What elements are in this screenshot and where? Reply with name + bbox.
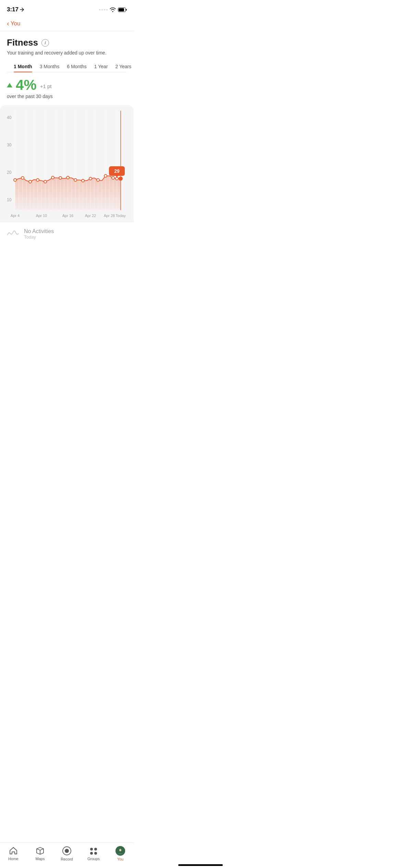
tab-1year[interactable]: 1 Year xyxy=(94,61,108,72)
data-point xyxy=(51,176,54,179)
no-activities-section: No Activities Today xyxy=(0,222,134,270)
back-chevron-icon: ‹ xyxy=(7,20,9,27)
data-point xyxy=(66,176,69,179)
title-section: Fitness i Your training and recovery add… xyxy=(0,31,134,72)
stats-description: over the past 30 days xyxy=(7,94,127,99)
y-label-20: 20 xyxy=(7,170,12,175)
back-nav: ‹ You xyxy=(0,17,134,31)
data-point xyxy=(44,180,47,183)
status-time: 3:17 xyxy=(7,6,24,13)
chart-svg-wrapper: 40 30 20 10 xyxy=(5,111,128,222)
no-activities-title: No Activities xyxy=(24,228,54,234)
status-bar: 3:17 xyxy=(0,0,134,17)
tab-2years[interactable]: 2 Years xyxy=(116,61,132,72)
percent-row: 4% +1 pt xyxy=(7,78,127,92)
y-label-40: 40 xyxy=(7,115,12,120)
back-label: You xyxy=(11,20,21,27)
status-icons xyxy=(99,8,127,12)
info-button[interactable]: i xyxy=(41,39,49,47)
today-data-point xyxy=(119,177,123,181)
x-label-apr10: Apr 10 xyxy=(36,214,47,218)
signal-icon xyxy=(99,9,108,10)
tab-3months[interactable]: 3 Months xyxy=(40,61,60,72)
activity-text: No Activities Today xyxy=(24,228,54,240)
data-point xyxy=(82,179,84,182)
battery-icon xyxy=(118,8,127,12)
back-button[interactable]: ‹ You xyxy=(7,20,20,27)
no-activities-date: Today xyxy=(24,234,54,240)
x-label-apr16: Apr 16 xyxy=(62,214,73,218)
stats-section: 4% +1 pt over the past 30 days xyxy=(0,72,134,102)
data-point xyxy=(29,180,32,183)
page-title: Fitness xyxy=(7,37,38,48)
data-point xyxy=(97,179,99,181)
data-point xyxy=(89,177,92,180)
data-point xyxy=(36,179,39,181)
percent-value: 4% xyxy=(16,78,37,92)
data-point xyxy=(112,177,114,179)
svg-rect-1 xyxy=(119,8,124,11)
data-point xyxy=(59,177,62,179)
y-label-30: 30 xyxy=(7,143,12,147)
time-range-tabs: 1 Month 3 Months 6 Months 1 Year 2 Years xyxy=(7,61,127,72)
data-point xyxy=(21,177,24,179)
data-point xyxy=(104,174,107,177)
wifi-icon xyxy=(110,8,116,12)
pts-badge: +1 pt xyxy=(40,83,52,89)
x-label-apr4: Apr 4 xyxy=(11,214,20,218)
y-label-10: 10 xyxy=(7,197,12,202)
chart-svg: 40 30 20 10 xyxy=(5,111,128,220)
fitness-title-row: Fitness i xyxy=(7,37,127,48)
fitness-chart: 40 30 20 10 xyxy=(0,105,134,222)
data-point xyxy=(74,179,77,181)
activity-wave-icon xyxy=(7,229,19,240)
x-label-apr28: Apr 28 xyxy=(104,214,115,218)
tab-1month[interactable]: 1 Month xyxy=(14,61,32,72)
x-label-today: Today xyxy=(116,214,126,218)
page-subtitle: Your training and recovery added up over… xyxy=(7,50,127,56)
tab-6months[interactable]: 6 Months xyxy=(67,61,87,72)
tooltip-value: 29 xyxy=(114,168,120,174)
trend-up-icon xyxy=(7,83,12,87)
x-label-apr22: Apr 22 xyxy=(85,214,96,218)
data-point xyxy=(14,179,16,181)
